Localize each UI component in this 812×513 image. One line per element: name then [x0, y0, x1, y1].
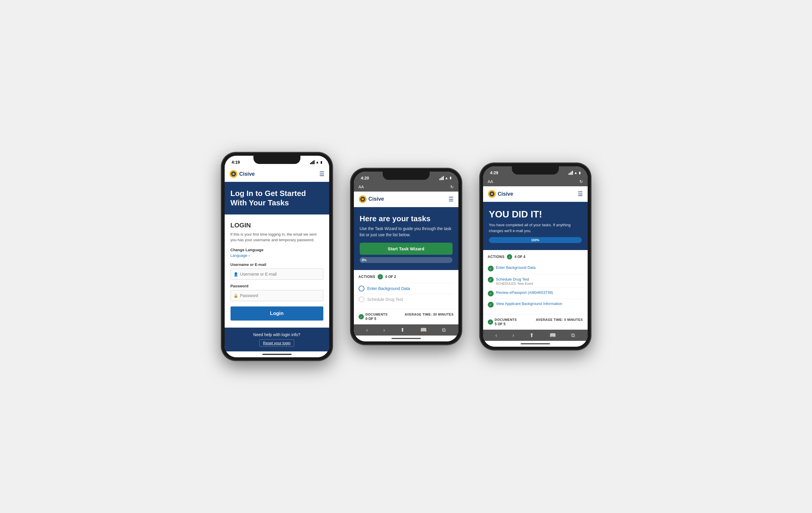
share-icon-3[interactable]: ⬆ [529, 332, 534, 339]
actions-section-3: ACTIONS ✓ 4 OF 4 ✓ Enter Background Data… [483, 250, 588, 314]
completed-text-3-0: Enter Background Data [496, 265, 535, 270]
wifi-icon-2: ▲ [445, 176, 448, 180]
hero-title-3: YOU DID IT! [489, 209, 582, 220]
status-time-3: 4:29 [490, 170, 498, 175]
start-task-wizard-btn[interactable]: Start Task Wizard [360, 243, 453, 255]
bookmarks-icon-3[interactable]: 📖 [549, 332, 556, 339]
login-button[interactable]: Login [231, 307, 323, 320]
green-check-3-0: ✓ [488, 266, 494, 272]
language-link[interactable]: Language › [231, 253, 323, 258]
reset-login-link[interactable]: Reset your login [259, 339, 294, 347]
cisive-logo-icon-2 [358, 195, 367, 203]
signal-icon-1 [310, 160, 315, 164]
green-check-3-1: ✓ [488, 277, 494, 283]
svg-point-5 [361, 198, 364, 200]
completed-action-3-3: ✓ View Applicant Background Information [488, 299, 583, 310]
home-bar-2 [354, 336, 458, 341]
time-label-2: AVERAGE TIME: 30 MINUTES [405, 313, 454, 316]
phone-2-frame: 4:20 ▲ ▮ AA ↻ [350, 168, 462, 345]
phone-3: 4:29 ▲ ▮ AA ↻ [480, 163, 591, 350]
hero-banner-3: YOU DID IT! You have completed all of yo… [483, 202, 588, 250]
check-badge-2: ✓ [378, 274, 383, 279]
actions-header-3: ACTIONS ✓ 4 OF 4 [488, 254, 583, 259]
completed-text-3-1: Schedule Drug Test [496, 277, 529, 282]
forward-icon-2[interactable]: › [383, 327, 385, 333]
svg-point-8 [491, 193, 493, 195]
progress-label-3: 100% [531, 238, 539, 242]
action-item-2-0[interactable]: Enter Background Data [358, 283, 454, 294]
time-info-3: AVERAGE TIME: 0 MINUTES [536, 318, 583, 326]
phone-1-frame: 4:19 ▲ ▮ [221, 152, 333, 361]
docs-check-2: ✓ [358, 314, 364, 319]
progress-container-2: 0% [360, 255, 453, 263]
phone-1: 4:19 ▲ ▮ [221, 152, 333, 361]
home-indicator-1 [262, 354, 292, 355]
progress-label-2: 0% [362, 258, 367, 262]
status-icons-1: ▲ ▮ [310, 160, 322, 164]
phone-2-screen: 4:20 ▲ ▮ AA ↻ [354, 172, 458, 341]
password-input[interactable] [231, 290, 323, 301]
username-label: Username or E-mail [231, 262, 323, 267]
docs-info-3: ✓ DOCUMENTS 5 OF 5 [488, 318, 517, 326]
password-input-wrapper: 🔒 [231, 290, 323, 301]
username-input[interactable] [231, 268, 323, 280]
action-text-2-0: Enter Background Data [367, 286, 410, 291]
browser-bar-3: AA ↻ [483, 177, 588, 186]
cisive-logo-text-3: Cisive [498, 191, 513, 197]
bottom-info-2: ✓ DOCUMENTS 0 OF 5 AVERAGE TIME: 30 MINU… [354, 309, 458, 324]
docs-count-3: 5 OF 5 [495, 322, 517, 326]
hero-title-2: Here are your tasks [360, 214, 453, 223]
hero-title-1: Log In to Get Started With Your Tasks [231, 189, 323, 207]
wifi-icon-3: ▲ [574, 171, 578, 175]
action-item-2-1: Schedule Drug Test [358, 294, 454, 305]
time-label-3: AVERAGE TIME: 0 MINUTES [536, 318, 583, 321]
share-icon-2[interactable]: ⬆ [400, 327, 405, 333]
back-icon-3[interactable]: ‹ [495, 332, 497, 339]
actions-section-2: ACTIONS ✓ 0 OF 2 Enter Background Data S… [354, 270, 458, 309]
phone-2: 4:20 ▲ ▮ AA ↻ [350, 168, 462, 345]
change-language-label: Change Language [231, 248, 323, 252]
status-icons-2: ▲ ▮ [439, 176, 452, 180]
phone-3-notch [512, 166, 559, 174]
hero-banner-2: Here are your tasks Use the Task Wizard … [354, 207, 458, 270]
help-section: Need help with login info? Reset your lo… [225, 327, 329, 351]
home-indicator-2 [392, 338, 421, 339]
browser-text-size-3: AA [488, 179, 493, 184]
hamburger-menu-2[interactable]: ☰ [448, 196, 454, 203]
login-section: LOGIN If this is your first time logging… [225, 215, 329, 327]
completed-action-3-2: ✓ Review ePassport (AI804653739) [488, 288, 583, 299]
check-badge-3: ✓ [507, 254, 512, 259]
action-circle-0 [358, 286, 365, 291]
browser-nav-2: ‹ › ⬆ 📖 ⧉ [354, 324, 458, 336]
completed-action-3-1: ✓ Schedule Drug Test SCHEDULED: New Even… [488, 274, 583, 288]
status-time-1: 4:19 [232, 160, 240, 165]
actions-title-2: ACTIONS [358, 275, 376, 279]
hamburger-menu-3[interactable]: ☰ [578, 190, 583, 197]
green-check-3-3: ✓ [488, 302, 494, 308]
completed-subtext-3-1: SCHEDULED: New Event [496, 282, 533, 285]
tabs-icon-3[interactable]: ⧉ [571, 332, 575, 339]
completed-text-3-3: View Applicant Background Information [496, 302, 562, 306]
completed-action-3-0: ✓ Enter Background Data [488, 263, 583, 274]
forward-icon-3[interactable]: › [513, 332, 514, 339]
browser-refresh[interactable]: ↻ [450, 184, 454, 189]
battery-icon-2: ▮ [450, 176, 452, 180]
docs-info-2: ✓ DOCUMENTS 0 OF 5 [358, 313, 388, 321]
completed-text-3-2: Review ePassport (AI804653739) [496, 290, 553, 295]
browser-nav-3: ‹ › ⬆ 📖 ⧉ [483, 330, 588, 341]
green-check-3-2: ✓ [488, 291, 494, 296]
cisive-logo-1: Cisive [229, 170, 255, 178]
lock-icon: 🔒 [233, 293, 238, 297]
bookmarks-icon-2[interactable]: 📖 [420, 327, 427, 333]
wifi-icon-1: ▲ [316, 160, 319, 164]
app-header-2: Cisive ☰ [354, 192, 458, 207]
phone-3-frame: 4:29 ▲ ▮ AA ↻ [480, 163, 591, 350]
progress-track-3: 100% [489, 237, 582, 243]
browser-refresh-3[interactable]: ↻ [579, 179, 583, 184]
status-time-2: 4:20 [361, 176, 369, 180]
hamburger-menu-1[interactable]: ☰ [319, 170, 324, 177]
tabs-icon-2[interactable]: ⧉ [442, 327, 446, 333]
back-icon-2[interactable]: ‹ [366, 327, 368, 333]
home-indicator-3 [521, 343, 550, 344]
battery-icon-3: ▮ [579, 171, 581, 175]
